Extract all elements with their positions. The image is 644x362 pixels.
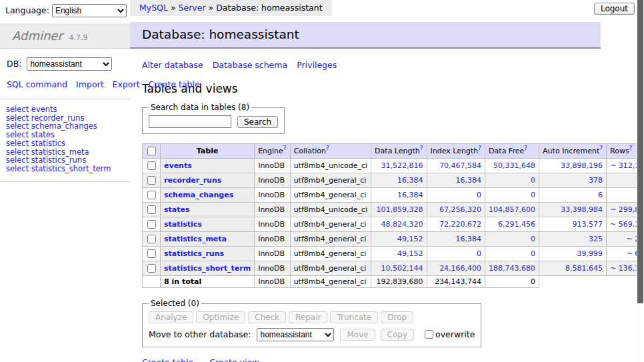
row-checkbox[interactable] xyxy=(147,191,156,199)
database-link[interactable]: Alter database xyxy=(142,60,203,70)
data-length-link[interactable]: 10,502,144 xyxy=(381,264,423,273)
data-length-link[interactable]: 31,522,816 xyxy=(381,161,423,170)
data-length-link[interactable]: 101,859,328 xyxy=(377,205,423,214)
optimize-button[interactable]: Optimize xyxy=(196,311,245,323)
table-row: recorder_runsInnoDButf8mb4_general_ci16,… xyxy=(143,173,644,188)
check-button[interactable]: Check xyxy=(248,311,286,323)
data-length-link[interactable]: 16,384 xyxy=(397,176,423,185)
data-free-link[interactable]: 104,857,600 xyxy=(489,205,535,214)
repair-button[interactable]: Repair xyxy=(289,311,327,323)
select-all-checkbox[interactable] xyxy=(147,147,156,155)
data-free-link[interactable]: 6,291,456 xyxy=(498,220,535,229)
table-name-cell: schema_changes xyxy=(161,188,255,203)
index-length-link[interactable]: 16,384 xyxy=(456,235,482,243)
truncate-button[interactable]: Truncate xyxy=(330,311,378,323)
index-length-link[interactable]: 67,256,320 xyxy=(439,205,481,214)
engine-cell: InnoDB xyxy=(255,173,290,188)
create-link[interactable]: Create view xyxy=(209,357,259,362)
table-name-link[interactable]: statistics_short_term xyxy=(164,264,251,273)
auto-increment-link[interactable]: 913,577 xyxy=(573,220,603,229)
row-checkbox[interactable] xyxy=(147,205,156,214)
logout-button[interactable]: Logout xyxy=(594,3,635,15)
row-checkbox[interactable] xyxy=(147,249,156,258)
auto-increment-link[interactable]: 33,898,196 xyxy=(561,161,603,170)
help-link[interactable]: ? xyxy=(420,145,423,151)
database-link[interactable]: Privileges xyxy=(297,60,337,70)
table-name-link[interactable]: statistics xyxy=(164,220,202,229)
sidebar-action-link[interactable]: Create table xyxy=(149,79,200,89)
total-row: 8 in totalInnoDButf8mb4_general_ci192,83… xyxy=(143,276,644,288)
collation-cell: utf8mb4_general_ci xyxy=(290,188,371,203)
language-row: Language: English xyxy=(0,0,130,17)
search-input[interactable] xyxy=(149,115,231,128)
sidebar-action-link[interactable]: Export xyxy=(113,79,140,89)
app-logo[interactable]: Adminer xyxy=(12,29,63,43)
table-name-link[interactable]: states xyxy=(164,205,190,214)
drop-button[interactable]: Drop xyxy=(381,311,413,323)
index-length-link[interactable]: 0 xyxy=(477,191,481,199)
auto-increment-link[interactable]: 39,999 xyxy=(577,249,603,258)
auto-increment-link[interactable]: 378 xyxy=(589,176,603,185)
analyze-button[interactable]: Analyze xyxy=(149,311,193,323)
breadcrumb-link[interactable]: MySQL xyxy=(139,3,168,13)
data-length-link[interactable]: 48,824,320 xyxy=(381,220,423,229)
data-free-link[interactable]: 0 xyxy=(531,176,535,185)
row-checkbox[interactable] xyxy=(147,264,156,273)
search-button[interactable]: Search xyxy=(237,116,278,128)
row-checkbox[interactable] xyxy=(147,161,156,170)
data-length-link[interactable]: 49,152 xyxy=(397,249,423,258)
data-free-link[interactable]: 188,743,680 xyxy=(489,264,535,273)
sidebar-select-link[interactable]: select states xyxy=(6,131,126,139)
db-select[interactable]: homeassistant xyxy=(27,57,112,71)
language-select[interactable]: English xyxy=(52,4,127,17)
row-checkbox[interactable] xyxy=(147,220,156,229)
data-length-link[interactable]: 49,152 xyxy=(397,235,423,243)
data-free-link[interactable]: 50,331,648 xyxy=(493,161,535,170)
table-name-link[interactable]: recorder_runs xyxy=(164,176,221,185)
data-length-cell: 31,522,816 xyxy=(371,159,427,173)
help-link[interactable]: ? xyxy=(599,145,603,151)
breadcrumb-link[interactable]: Server xyxy=(179,3,206,13)
database-link[interactable]: Database schema xyxy=(213,60,287,70)
move-button[interactable]: Move xyxy=(340,329,375,341)
scrollbar-thumb[interactable] xyxy=(637,0,643,303)
sidebar-select-link[interactable]: select statistics_short_term xyxy=(6,165,126,173)
index-length-link[interactable]: 72,220,672 xyxy=(439,220,481,229)
scrollbar-track[interactable] xyxy=(637,0,644,362)
row-checkbox[interactable] xyxy=(147,235,156,243)
help-link[interactable]: ? xyxy=(478,145,481,151)
sidebar-action-link[interactable]: SQL command xyxy=(7,79,67,89)
auto-increment-link[interactable]: 325 xyxy=(589,235,603,243)
copy-button[interactable]: Copy xyxy=(381,329,414,341)
data-free-link[interactable]: 0 xyxy=(531,235,535,243)
auto-increment-link[interactable]: 8,581,645 xyxy=(565,264,603,273)
data-length-cell: 10,502,144 xyxy=(371,261,427,276)
move-database-select[interactable]: homeassistant xyxy=(257,328,334,341)
auto-increment-link[interactable]: 6 xyxy=(598,191,603,199)
sidebar-select-link[interactable]: select events xyxy=(6,105,126,114)
data-free-link[interactable]: 0 xyxy=(531,191,535,199)
index-length-link[interactable]: 16,384 xyxy=(456,176,482,185)
sidebar-action-link[interactable]: Import xyxy=(76,79,104,89)
table-name-link[interactable]: statistics_meta xyxy=(164,235,227,243)
index-length-link[interactable]: 24,166,400 xyxy=(439,264,481,273)
data-length-link[interactable]: 16,384 xyxy=(397,191,423,199)
row-checkbox[interactable] xyxy=(147,176,156,185)
index-length-link[interactable]: 0 xyxy=(477,249,481,258)
help-link[interactable]: ? xyxy=(524,145,527,151)
help-link[interactable]: ? xyxy=(629,145,633,151)
help-link[interactable]: ? xyxy=(283,145,287,151)
index-length-link[interactable]: 70,467,584 xyxy=(439,161,481,170)
total-collation-cell: utf8mb4_general_ci xyxy=(290,276,371,288)
table-name-link[interactable]: statistics_runs xyxy=(164,249,224,258)
help-link[interactable]: ? xyxy=(326,145,329,151)
overwrite-checkbox[interactable] xyxy=(425,330,433,339)
engine-cell: InnoDB xyxy=(255,232,290,247)
sidebar-select-link[interactable]: select statistics xyxy=(6,139,126,148)
create-link[interactable]: Create table xyxy=(142,357,193,362)
data-free-link[interactable]: 0 xyxy=(531,249,535,258)
auto-increment-link[interactable]: 33,398,984 xyxy=(561,205,603,214)
table-name-link[interactable]: events xyxy=(164,161,192,170)
collation-cell: utf8mb4_general_ci xyxy=(290,261,371,276)
table-name-link[interactable]: schema_changes xyxy=(164,191,233,199)
